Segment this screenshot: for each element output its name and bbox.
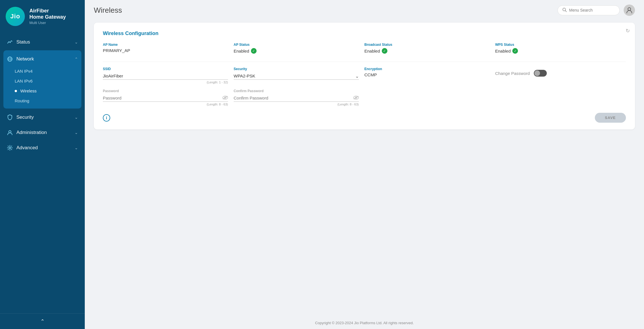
wps-status-label: WPS Status bbox=[495, 43, 626, 47]
ssid-field: SSID (Length: 1 - 32) bbox=[103, 67, 234, 84]
security-chevron: ⌄ bbox=[75, 115, 78, 120]
refresh-icon[interactable]: ↻ bbox=[626, 28, 630, 34]
svg-line-6 bbox=[565, 10, 567, 12]
password-field: Password (Length: 8 - 63) bbox=[103, 89, 234, 106]
card-title: Wireless Configuration bbox=[103, 31, 626, 36]
collapse-button[interactable]: ⌃ bbox=[40, 318, 45, 324]
sidebar-footer: ⌃ bbox=[0, 313, 85, 329]
app-subtitle: Multi User bbox=[29, 21, 66, 25]
sidebar-item-lan-ipv4[interactable]: LAN IPv4 bbox=[3, 66, 81, 76]
card-footer: i SAVE bbox=[103, 111, 626, 123]
sidebar-item-label-security: Security bbox=[16, 114, 34, 120]
toggle-knob bbox=[534, 70, 540, 76]
divider bbox=[103, 62, 626, 62]
main-content: Wireless Wireless Configur bbox=[85, 0, 644, 329]
sidebar-item-status[interactable]: Status ⌄ bbox=[0, 34, 85, 50]
sidebar-item-routing[interactable]: Routing bbox=[3, 96, 81, 106]
content-area: Wireless Configuration ↻ AP Name PRIMARY… bbox=[85, 20, 644, 317]
page-footer: Copyright © 2023-2024 Jio Platforms Ltd.… bbox=[85, 317, 644, 329]
empty-col-2 bbox=[495, 89, 626, 106]
ssid-label: SSID bbox=[103, 67, 228, 71]
ap-status-field: AP Status Enabled ✓ bbox=[234, 43, 365, 59]
confirm-password-eye-icon[interactable] bbox=[353, 95, 359, 101]
security-select[interactable]: WPA2-PSK WPA3 WPA2/WPA3 None bbox=[234, 72, 359, 80]
search-box[interactable] bbox=[558, 5, 620, 15]
config-row-2: SSID (Length: 1 - 32) Security WPA2-PSK … bbox=[103, 67, 626, 84]
confirm-password-input-wrap bbox=[234, 94, 359, 102]
save-button[interactable]: SAVE bbox=[595, 113, 626, 123]
confirm-password-field: Confirm Password (Length: 8 - 63) bbox=[234, 89, 365, 106]
svg-point-3 bbox=[9, 131, 11, 133]
active-dot bbox=[15, 90, 17, 92]
broadcast-status-ok-icon: ✓ bbox=[382, 48, 387, 54]
password-eye-icon[interactable] bbox=[222, 95, 228, 101]
wps-status-value: Enabled ✓ bbox=[495, 48, 626, 54]
password-input-wrap bbox=[103, 94, 228, 102]
password-label: Password bbox=[103, 89, 228, 93]
ssid-input[interactable] bbox=[103, 72, 228, 80]
status-icon bbox=[7, 39, 13, 45]
change-password-row: Change Password bbox=[495, 67, 620, 77]
change-password-toggle[interactable] bbox=[534, 70, 547, 77]
search-input[interactable] bbox=[569, 8, 615, 12]
info-icon[interactable]: i bbox=[103, 114, 110, 122]
search-icon bbox=[562, 8, 567, 13]
routing-label: Routing bbox=[15, 98, 29, 103]
sidebar-item-security[interactable]: Security ⌄ bbox=[0, 110, 85, 125]
logo-circle: Jio bbox=[6, 7, 25, 26]
ap-status-label: AP Status bbox=[234, 43, 365, 47]
copyright-text: Copyright © 2023-2024 Jio Platforms Ltd.… bbox=[315, 321, 414, 325]
password-input[interactable] bbox=[103, 94, 228, 102]
sidebar-item-advanced[interactable]: Advanced ⌄ bbox=[0, 140, 85, 155]
password-length-hint: (Length: 8 - 63) bbox=[103, 103, 228, 106]
ap-name-label: AP Name bbox=[103, 43, 234, 47]
sidebar-item-label-advanced: Advanced bbox=[16, 145, 38, 151]
advanced-chevron: ⌄ bbox=[75, 146, 78, 150]
app-title-line1: AirFiber bbox=[29, 8, 66, 14]
app-title-line2: Home Gateway bbox=[29, 14, 66, 20]
config-row-1: AP Name PRIMARY_AP AP Status Enabled ✓ B… bbox=[103, 43, 626, 59]
top-bar-right bbox=[558, 5, 635, 16]
confirm-password-length-hint: (Length: 8 - 63) bbox=[234, 103, 359, 106]
lan-ipv4-label: LAN IPv4 bbox=[15, 69, 32, 73]
sidebar: Jio AirFiber Home Gateway Multi User Sta… bbox=[0, 0, 85, 329]
ap-name-value: PRIMARY_AP bbox=[103, 48, 234, 53]
encryption-field: Encryption CCMP bbox=[365, 67, 495, 84]
security-label: Security bbox=[234, 67, 359, 71]
change-password-field: Change Password bbox=[495, 67, 626, 84]
sidebar-item-network[interactable]: Network ⌃ bbox=[3, 52, 81, 66]
broadcast-status-label: Broadcast Status bbox=[365, 43, 495, 47]
svg-point-4 bbox=[9, 147, 11, 149]
sidebar-network-section: Network ⌃ LAN IPv4 LAN IPv6 Wireless Rou… bbox=[3, 50, 81, 109]
logo-section: Jio AirFiber Home Gateway Multi User bbox=[0, 0, 85, 32]
sidebar-item-label-network: Network bbox=[16, 56, 34, 62]
sidebar-item-label-status: Status bbox=[16, 39, 30, 45]
sidebar-item-administration[interactable]: Administration ⌄ bbox=[0, 125, 85, 140]
lan-ipv6-label: LAN IPv6 bbox=[15, 79, 32, 83]
nav-menu: Status ⌄ Network ⌃ bbox=[0, 32, 85, 313]
broadcast-status-field: Broadcast Status Enabled ✓ bbox=[365, 43, 495, 59]
administration-icon bbox=[7, 129, 13, 136]
sidebar-item-wireless[interactable]: Wireless bbox=[3, 86, 81, 96]
ap-status-ok-icon: ✓ bbox=[251, 48, 257, 54]
ap-status-value: Enabled ✓ bbox=[234, 48, 365, 54]
advanced-icon bbox=[7, 145, 13, 151]
sidebar-item-lan-ipv6[interactable]: LAN IPv6 bbox=[3, 76, 81, 86]
security-icon bbox=[7, 114, 13, 120]
ssid-input-wrapper: (Length: 1 - 32) bbox=[103, 72, 228, 84]
wireless-config-card: Wireless Configuration ↻ AP Name PRIMARY… bbox=[94, 23, 635, 129]
change-password-label: Change Password bbox=[495, 71, 530, 76]
security-field: Security WPA2-PSK WPA3 WPA2/WPA3 None ⌄ bbox=[234, 67, 365, 84]
wireless-label: Wireless bbox=[20, 88, 37, 93]
security-select-wrapper: WPA2-PSK WPA3 WPA2/WPA3 None ⌄ bbox=[234, 72, 359, 80]
user-avatar[interactable] bbox=[624, 5, 635, 16]
network-icon bbox=[7, 56, 13, 62]
encryption-label: Encryption bbox=[365, 67, 490, 71]
svg-point-7 bbox=[628, 8, 631, 10]
network-chevron: ⌃ bbox=[75, 57, 78, 61]
logo-info: AirFiber Home Gateway Multi User bbox=[29, 8, 66, 25]
logo-jio-text: Jio bbox=[10, 13, 20, 20]
config-row-3: Password (Length: 8 - 63) bbox=[103, 89, 626, 106]
confirm-password-input[interactable] bbox=[234, 94, 359, 102]
ssid-length-hint: (Length: 1 - 32) bbox=[103, 81, 228, 84]
